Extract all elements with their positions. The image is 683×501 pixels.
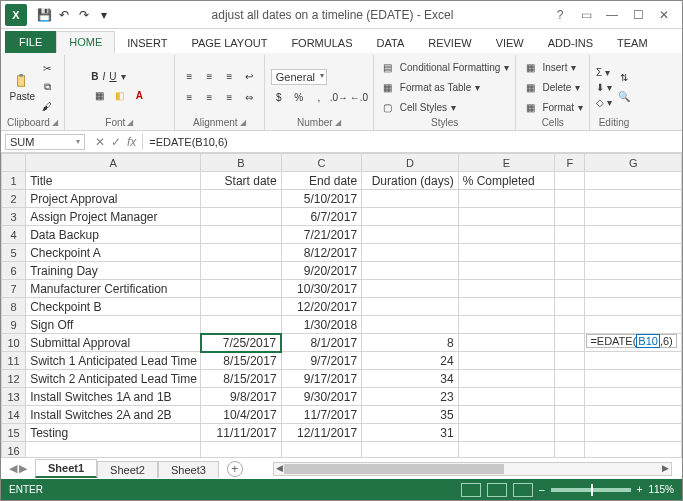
horizontal-scrollbar[interactable]: ◀ ▶: [273, 462, 672, 476]
enter-formula-icon[interactable]: ✓: [111, 135, 121, 149]
cell[interactable]: % Completed: [458, 172, 555, 190]
cell[interactable]: Switch 2 Anticipated Lead Time: [26, 370, 201, 388]
cell[interactable]: [585, 388, 682, 406]
merge-center-icon[interactable]: ⇔: [241, 90, 257, 106]
tab-file[interactable]: FILE: [5, 31, 56, 53]
row-header[interactable]: 13: [2, 388, 26, 406]
cell[interactable]: [585, 262, 682, 280]
cell[interactable]: Title: [26, 172, 201, 190]
cell[interactable]: [362, 208, 459, 226]
cell[interactable]: [201, 298, 281, 316]
sheet-tab[interactable]: Sheet3: [158, 461, 219, 478]
col-header[interactable]: C: [281, 154, 361, 172]
cell[interactable]: [362, 298, 459, 316]
page-layout-view-button[interactable]: [487, 483, 507, 497]
select-all-corner[interactable]: [2, 154, 26, 172]
align-bottom-icon[interactable]: ≡: [221, 69, 237, 85]
cell[interactable]: Checkpoint A: [26, 244, 201, 262]
conditional-formatting-button[interactable]: ▤Conditional Formatting ▾: [380, 59, 510, 75]
percent-format-icon[interactable]: %: [291, 90, 307, 106]
cell[interactable]: [362, 190, 459, 208]
cell[interactable]: Sign Off: [26, 316, 201, 334]
row-header[interactable]: 3: [2, 208, 26, 226]
cell[interactable]: [201, 280, 281, 298]
cell[interactable]: [555, 388, 585, 406]
cell[interactable]: 12/20/2017: [281, 298, 361, 316]
cell[interactable]: 6/7/2017: [281, 208, 361, 226]
cell[interactable]: 8/12/2017: [281, 244, 361, 262]
align-top-icon[interactable]: ≡: [181, 69, 197, 85]
tab-pagelayout[interactable]: PAGE LAYOUT: [179, 33, 279, 53]
cell[interactable]: [362, 244, 459, 262]
wrap-text-icon[interactable]: ↩: [241, 69, 257, 85]
col-header[interactable]: B: [201, 154, 281, 172]
cell[interactable]: [585, 226, 682, 244]
row-header[interactable]: 2: [2, 190, 26, 208]
copy-icon[interactable]: ⧉: [39, 79, 55, 95]
undo-icon[interactable]: ↶: [55, 6, 73, 24]
cell[interactable]: 10/4/2017: [201, 406, 281, 424]
align-left-icon[interactable]: ≡: [181, 90, 197, 106]
cell[interactable]: [458, 190, 555, 208]
row-header[interactable]: 1: [2, 172, 26, 190]
cell[interactable]: [201, 190, 281, 208]
cell[interactable]: [555, 244, 585, 262]
cell-styles-button[interactable]: ▢Cell Styles ▾: [380, 99, 456, 115]
find-select-icon[interactable]: 🔍: [616, 89, 632, 105]
cell[interactable]: [362, 280, 459, 298]
font-color-button[interactable]: A: [131, 87, 147, 103]
cell[interactable]: [458, 370, 555, 388]
cell[interactable]: [555, 262, 585, 280]
decrease-decimal-icon[interactable]: ←.0: [351, 90, 367, 106]
cell[interactable]: [585, 244, 682, 262]
zoom-slider[interactable]: [551, 488, 631, 492]
tab-data[interactable]: DATA: [365, 33, 417, 53]
format-painter-icon[interactable]: 🖌: [39, 98, 55, 114]
cell[interactable]: [555, 172, 585, 190]
alignment-launcher-icon[interactable]: ◢: [240, 118, 246, 127]
cell[interactable]: 1/30/2018: [281, 316, 361, 334]
qat-dropdown-icon[interactable]: ▾: [95, 6, 113, 24]
tab-team[interactable]: TEAM: [605, 33, 660, 53]
cell[interactable]: Install Switches 2A and 2B: [26, 406, 201, 424]
sheet-nav-prev-icon[interactable]: ◀: [9, 462, 17, 475]
cell[interactable]: [362, 262, 459, 280]
tab-addins[interactable]: ADD-INS: [536, 33, 605, 53]
row-header[interactable]: 6: [2, 262, 26, 280]
row-header[interactable]: 5: [2, 244, 26, 262]
cell[interactable]: [585, 280, 682, 298]
cell[interactable]: [585, 370, 682, 388]
insert-cells-button[interactable]: ▦Insert ▾: [522, 59, 576, 75]
cell[interactable]: 9/7/2017: [281, 352, 361, 370]
align-center-icon[interactable]: ≡: [201, 90, 217, 106]
sheet-tab[interactable]: Sheet1: [35, 459, 97, 478]
cell[interactable]: 9/8/2017: [201, 388, 281, 406]
cell[interactable]: [585, 316, 682, 334]
cell[interactable]: 7/25/2017: [201, 334, 281, 352]
redo-icon[interactable]: ↷: [75, 6, 93, 24]
row-header[interactable]: 15: [2, 424, 26, 442]
cell[interactable]: [585, 352, 682, 370]
cell[interactable]: [458, 226, 555, 244]
cell[interactable]: [458, 298, 555, 316]
paste-button[interactable]: Paste: [10, 73, 36, 102]
save-icon[interactable]: 💾: [35, 6, 53, 24]
cell[interactable]: [458, 406, 555, 424]
cell[interactable]: 8/15/2017: [201, 352, 281, 370]
tab-formulas[interactable]: FORMULAS: [279, 33, 364, 53]
cell[interactable]: 8/1/2017: [281, 334, 361, 352]
fx-icon[interactable]: fx: [127, 135, 136, 149]
add-sheet-button[interactable]: +: [227, 461, 243, 477]
cell[interactable]: Manufacturer Certification: [26, 280, 201, 298]
bold-button[interactable]: B: [91, 71, 98, 82]
cell[interactable]: 8: [362, 334, 459, 352]
cell[interactable]: [458, 334, 555, 352]
cell[interactable]: [201, 226, 281, 244]
scroll-right-icon[interactable]: ▶: [659, 463, 671, 473]
row-header[interactable]: 11: [2, 352, 26, 370]
cell[interactable]: 12/11/2017: [281, 424, 361, 442]
col-header[interactable]: E: [458, 154, 555, 172]
cell[interactable]: End date: [281, 172, 361, 190]
border-button[interactable]: ▦: [91, 87, 107, 103]
col-header[interactable]: G: [585, 154, 682, 172]
